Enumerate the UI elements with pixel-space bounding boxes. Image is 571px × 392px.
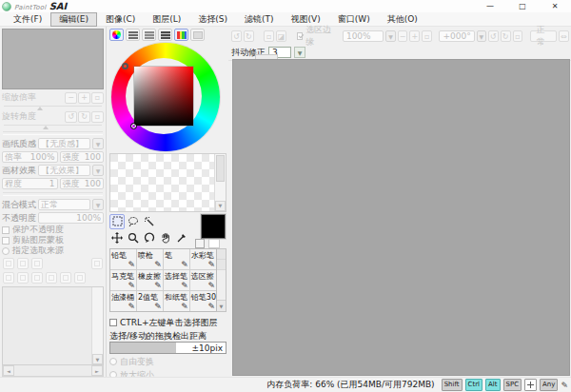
selection-edge-checkbox[interactable] <box>297 32 304 40</box>
rotate-reset-button[interactable]: ▫ <box>513 30 523 42</box>
eyedropper-tool[interactable] <box>174 230 189 245</box>
redo-button[interactable]: ↻ <box>244 30 254 42</box>
maximize-button[interactable]: □ <box>506 0 539 12</box>
brush-paper-pen[interactable]: 和纸笔✎ <box>164 291 189 311</box>
menu-image[interactable]: 图像(C) <box>97 12 144 27</box>
background-color-swatch[interactable] <box>208 239 220 248</box>
swatches-scrollbar[interactable]: ▼ <box>214 154 226 210</box>
scrollbar-thumb[interactable] <box>216 155 225 182</box>
rotate-cw-button[interactable]: ↻ <box>501 30 511 42</box>
empty-tool-slot[interactable] <box>158 214 173 229</box>
scrollbar-track[interactable] <box>14 365 91 376</box>
merge-down-button[interactable] <box>17 272 29 284</box>
paper-texture-select[interactable]: 【无质感】 <box>38 138 90 149</box>
color-mixer-toggle[interactable] <box>158 29 172 41</box>
drag-detect-slider[interactable]: ±10pix <box>109 342 226 354</box>
paper-effect-select[interactable]: 【无效果】 <box>38 165 90 176</box>
navigator-rotate-slider[interactable] <box>4 123 102 128</box>
scratchpad-toggle[interactable] <box>190 29 205 41</box>
lasso-tool[interactable] <box>126 214 141 229</box>
brush-binary-pen[interactable]: 2值笔✎ <box>137 291 163 311</box>
menu-layer[interactable]: 图层(L) <box>144 12 189 27</box>
free-transform-row[interactable]: 自由变换 <box>109 356 226 367</box>
magic-wand-tool[interactable] <box>142 214 157 229</box>
menu-edit[interactable]: 编辑(E) <box>50 12 97 27</box>
rgb-slider-toggle[interactable] <box>126 29 140 41</box>
brush-pencil[interactable]: 铅笔✎ <box>110 249 136 269</box>
rect-select-tool[interactable] <box>109 214 125 229</box>
layers-list[interactable]: ▼ <box>2 286 104 365</box>
menu-window[interactable]: 窗口(W) <box>329 12 379 27</box>
scroll-down-icon[interactable]: ▼ <box>217 300 226 311</box>
swatches-toggle[interactable] <box>174 29 188 41</box>
dropdown-arrow-icon[interactable]: ▼ <box>92 165 104 176</box>
dropdown-arrow-icon[interactable]: ▼ <box>294 47 305 58</box>
transparent-color-swatch[interactable] <box>195 239 205 248</box>
layers-horizontal-scrollbar[interactable]: ◄ ► <box>2 365 104 377</box>
dropdown-arrow-icon[interactable]: ▼ <box>92 138 104 149</box>
rotate-canvas-tool[interactable] <box>142 230 157 245</box>
zoom-in-button[interactable]: + <box>409 30 420 42</box>
selection-source-row[interactable]: 指定选取来源 <box>2 245 104 256</box>
slider-marker[interactable] <box>37 107 43 110</box>
clear-layer-button[interactable] <box>31 272 43 284</box>
brush-select-eraser[interactable]: 选区擦✎ <box>190 270 216 290</box>
dropdown-arrow-icon[interactable]: ▼ <box>477 30 486 42</box>
ctrl-select-layer-checkbox[interactable] <box>109 319 117 326</box>
ctrl-select-layer-row[interactable]: CTRL+左键单击选择图层 <box>109 317 226 328</box>
brush-size-toggle-2[interactable] <box>217 260 226 270</box>
brush-pen[interactable]: 笔✎ <box>164 249 189 269</box>
brush-watercolor[interactable]: 水彩笔✎ <box>190 249 216 269</box>
brush-pencil30[interactable]: 铅笔30✎ <box>190 291 216 311</box>
minimize-button[interactable]: — <box>474 0 506 12</box>
delete-layer-button[interactable] <box>46 272 57 284</box>
rotate-ccw-button[interactable]: ↺ <box>65 111 77 123</box>
free-transform-radio[interactable] <box>109 358 117 365</box>
texture-scale-slider[interactable]: 倍率 100% <box>2 151 58 163</box>
rotate-ccw-button[interactable]: ↺ <box>488 30 499 42</box>
navigator-preview[interactable] <box>2 29 104 89</box>
zoom-out-button[interactable]: − <box>65 92 77 104</box>
empty-tool-slot[interactable] <box>174 214 189 229</box>
blend-mode-select[interactable]: 正常 <box>38 199 90 210</box>
menu-others[interactable]: 其他(O) <box>379 12 426 27</box>
foreground-color-swatch[interactable] <box>201 214 226 239</box>
brush-airbrush[interactable]: 喷枪✎ <box>137 249 163 269</box>
layer-mask-button[interactable] <box>91 258 103 269</box>
saturation-value-square[interactable] <box>134 67 193 126</box>
new-layer-set-button[interactable] <box>31 258 43 269</box>
menu-file[interactable]: 文件(F) <box>5 12 50 27</box>
clipping-mask-checkbox[interactable] <box>2 237 10 245</box>
close-button[interactable]: ✕ <box>539 0 571 12</box>
brush-eraser[interactable]: 橡皮擦✎ <box>137 270 163 290</box>
menu-filter[interactable]: 滤镜(T) <box>236 12 283 27</box>
flip-horizontal-button[interactable]: ⇔ <box>559 30 569 42</box>
dropdown-arrow-icon[interactable]: ▼ <box>92 199 104 210</box>
canvas-area[interactable] <box>232 59 570 376</box>
slider-marker[interactable] <box>43 126 49 129</box>
new-linework-layer-button[interactable] <box>17 258 29 269</box>
texture-strength-slider[interactable]: 强度 100 <box>60 151 104 163</box>
swatches-grid[interactable] <box>110 154 214 210</box>
scroll-down-icon[interactable]: ▼ <box>92 354 103 364</box>
selection-edge-row[interactable]: 选区边缘 <box>297 24 333 49</box>
transfer-down-button[interactable] <box>3 272 14 284</box>
reset-view-button[interactable]: 正常 <box>530 30 558 42</box>
invert-selection-button[interactable]: ◪ <box>276 30 286 42</box>
zoom-tool[interactable] <box>126 230 141 245</box>
zoom-out-button[interactable]: − <box>398 30 408 42</box>
scroll-left-icon[interactable]: ◄ <box>3 365 14 376</box>
zoom-level-select[interactable]: 100% <box>343 30 384 42</box>
move-tool[interactable] <box>109 230 125 245</box>
hsv-slider-toggle[interactable] <box>142 29 156 41</box>
brush-select-pen[interactable]: 选择笔✎ <box>164 270 189 290</box>
copy-layer-button[interactable] <box>60 272 71 284</box>
zoom-reset-button[interactable]: ▫ <box>91 92 104 104</box>
rotation-angle-select[interactable]: +000° <box>439 30 474 42</box>
layers-vertical-scrollbar[interactable]: ▼ <box>91 287 103 364</box>
rotate-reset-button[interactable]: ▫ <box>91 111 104 123</box>
rotate-cw-button[interactable]: ↻ <box>78 111 90 123</box>
protect-opacity-checkbox[interactable] <box>2 226 10 234</box>
zoom-in-button[interactable]: + <box>78 92 90 104</box>
deselect-button[interactable]: ▫ <box>264 30 274 42</box>
